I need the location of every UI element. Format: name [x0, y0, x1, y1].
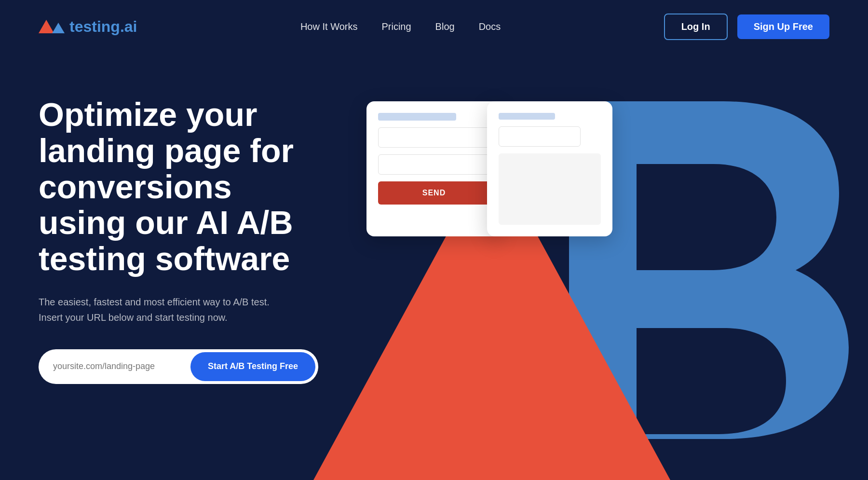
url-input[interactable]: [53, 361, 190, 371]
navbar: testing.ai How It Works Pricing Blog Doc…: [0, 0, 868, 53]
nav-link-blog[interactable]: Blog: [435, 21, 455, 32]
logo-triangle-b: [52, 23, 65, 33]
hero-title: Optimize your landing page for conversio…: [39, 96, 318, 277]
hero-form: Start A/B Testing Free: [39, 349, 318, 384]
card-a-send-button[interactable]: SEND: [378, 181, 490, 205]
signup-button[interactable]: Sign Up Free: [737, 14, 829, 39]
start-testing-button[interactable]: Start A/B Testing Free: [190, 352, 315, 381]
nav-links: How It Works Pricing Blog Docs: [300, 21, 501, 32]
hero-content: Optimize your landing page for conversio…: [39, 82, 318, 480]
nav-link-docs[interactable]: Docs: [479, 21, 501, 32]
nav-actions: Log In Sign Up Free: [664, 14, 829, 40]
card-b-input: [499, 126, 581, 147]
card-b-content: [499, 153, 601, 225]
hero-section: Optimize your landing page for conversio…: [0, 53, 868, 480]
card-a-input-2: [378, 154, 490, 175]
card-b-label: [499, 113, 555, 120]
hero-graphic: SEND: [289, 53, 868, 480]
card-a-input-1: [378, 127, 490, 148]
nav-link-how-it-works[interactable]: How It Works: [300, 21, 358, 32]
card-a-label: [378, 113, 456, 121]
logo-text: testing.ai: [69, 18, 137, 36]
logo-icon: [39, 20, 65, 33]
logo[interactable]: testing.ai: [39, 18, 137, 36]
card-variant-a: SEND: [366, 101, 502, 236]
card-variant-b: [487, 101, 612, 236]
nav-link-pricing[interactable]: Pricing: [381, 21, 411, 32]
login-button[interactable]: Log In: [664, 14, 728, 40]
hero-subtitle: The easiest, fastest and most efficient …: [39, 294, 280, 325]
